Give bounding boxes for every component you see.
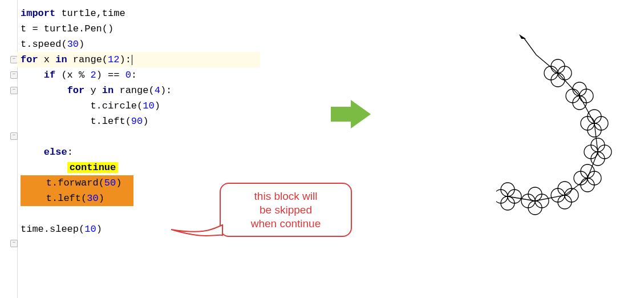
callout-text: when continue: [229, 217, 343, 231]
fold-toggle-icon[interactable]: [10, 71, 18, 79]
editor-gutter: [0, 0, 18, 298]
fold-toggle-icon[interactable]: [10, 87, 18, 94]
svg-marker-1: [519, 34, 526, 39]
code-line-highlighted: for x in range(12):: [17, 52, 260, 67]
code-line: for y in range(4):: [21, 83, 260, 98]
highlight-yellow: continue: [67, 162, 119, 173]
code-line: t.left(90): [21, 114, 260, 129]
arrow-right-icon: [331, 100, 371, 128]
fold-toggle-icon[interactable]: [10, 132, 18, 140]
highlight-orange: t.forward(50): [21, 175, 133, 191]
code-line: if (x % 2) == 0:: [21, 67, 260, 83]
turtle-output-canvas: [496, 29, 627, 223]
code-line-blank: [21, 129, 260, 144]
callout-text: this block will: [229, 190, 343, 203]
highlight-orange: t.left(30): [21, 191, 133, 206]
code-line: t = turtle.Pen(): [21, 21, 260, 37]
keyword-import: import: [21, 8, 55, 19]
code-line: else:: [21, 144, 260, 160]
svg-marker-0: [331, 100, 371, 128]
code-line: import turtle,time: [21, 6, 260, 21]
code-line: continue: [21, 160, 260, 175]
code-line: t.speed(30): [21, 37, 260, 52]
code-line: t.circle(10): [21, 98, 260, 114]
text-caret: [132, 55, 132, 65]
callout-text: be skipped: [229, 203, 343, 217]
fold-toggle-icon[interactable]: [10, 240, 18, 247]
